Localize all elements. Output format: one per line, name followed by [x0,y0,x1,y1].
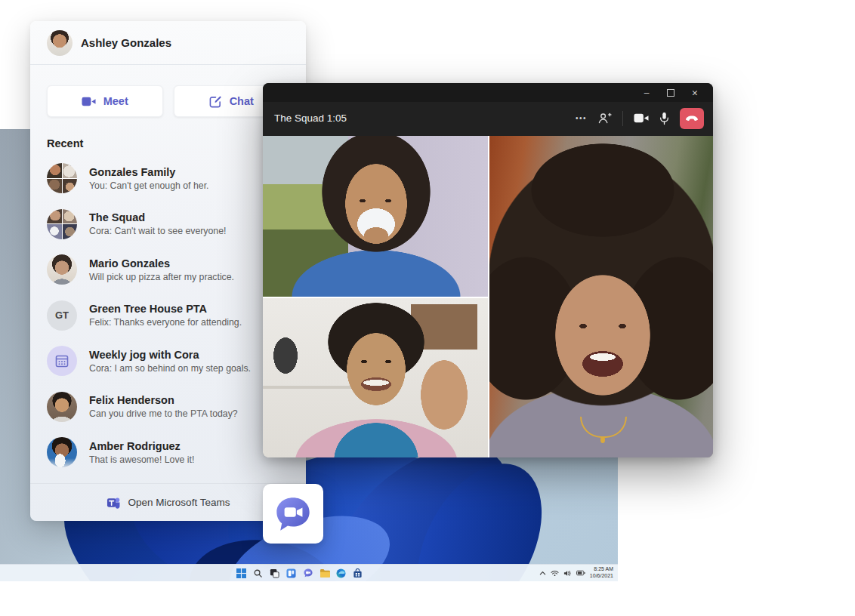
hang-up-icon [685,115,699,122]
store-icon[interactable] [352,568,363,579]
conversation-text: Felix Henderson Can you drive me to the … [89,394,238,419]
group-avatar [47,163,77,193]
maximize-button[interactable] [659,83,683,102]
chevron-up-icon[interactable] [539,571,546,576]
camera-icon [634,112,649,124]
add-participant-button[interactable] [597,112,612,125]
camera-toggle-button[interactable] [634,112,649,124]
hang-up-button[interactable] [680,108,704,129]
taskbar-icons [236,565,363,581]
call-title-bar: The Squad 1:05 ••• [263,102,713,136]
hero-composition: 8:25 AM 10/6/2021 Ashley Gonzales Meet C… [0,0,855,616]
widgets-icon[interactable] [286,568,297,579]
participant-video-3 [489,136,713,457]
start-button-icon[interactable] [236,568,247,579]
maximize-icon [667,89,674,97]
conversation-preview: Cora: Can't wait to see everyone! [89,226,226,236]
call-title: The Squad 1:05 [274,112,347,124]
meet-button-label: Meet [103,95,128,107]
system-tray[interactable]: 8:25 AM 10/6/2021 [539,565,613,581]
conversation-text: Weekly jog with Cora Cora: I am so behin… [89,349,251,374]
conversation-preview: You: Can't get enough of her. [89,180,208,191]
conversation-text: The Squad Cora: Can't wait to see everyo… [89,211,226,236]
microphone-icon [659,112,669,125]
conversation-name: The Squad [89,211,226,223]
conversation-preview: Felix: Thanks everyone for attending. [89,317,242,328]
conversation-preview: Cora: I am so behind on my step goals. [89,363,251,374]
microphone-toggle-button[interactable] [659,112,669,125]
minimize-button[interactable]: – [634,83,659,102]
volume-icon[interactable] [563,570,572,577]
conversation-name: Gonzales Family [89,166,208,178]
edge-icon[interactable] [335,568,347,579]
avatar [47,254,77,285]
necklace-detail [580,417,627,438]
user-name: Ashley Gonzales [81,36,171,49]
person-add-icon [597,112,612,125]
chat-launcher-button[interactable] [263,484,323,544]
avatar [47,437,77,467]
teams-logo-icon [106,496,121,510]
file-explorer-icon[interactable] [319,568,330,579]
battery-icon[interactable] [576,570,585,576]
meet-button[interactable]: Meet [47,85,163,117]
avatar [47,392,77,422]
minimize-icon: – [644,88,650,98]
participant-video-2 [263,298,488,457]
conversation-text: Green Tree House PTA Felix: Thanks every… [89,303,242,328]
conversation-text: Mario Gonzales Will pick up pizza after … [89,257,234,282]
conversation-text: Amber Rodriguez That is awesome! Love it… [89,440,194,465]
open-teams-label: Open Microsoft Teams [128,497,230,508]
clock-time: 8:25 AM [590,566,613,573]
conversation-name: Weekly jog with Cora [89,349,251,361]
window-controls: – ✕ [263,83,713,102]
group-avatar [47,209,77,239]
conversation-preview: That is awesome! Love it! [89,454,194,465]
close-button[interactable]: ✕ [683,83,707,102]
taskbar-clock[interactable]: 8:25 AM 10/6/2021 [590,566,613,580]
conversation-preview: Can you drive me to the PTA today? [89,408,238,419]
flyout-header: Ashley Gonzales [30,21,306,65]
calendar-icon [54,353,69,368]
calendar-avatar [47,346,77,376]
ellipsis-icon: ••• [576,114,587,122]
conversation-name: Mario Gonzales [89,257,234,270]
conversation-name: Green Tree House PTA [89,303,242,315]
video-camera-icon [82,96,96,107]
compose-icon [209,95,222,108]
video-grid [263,136,713,457]
conversation-name: Felix Henderson [89,394,238,406]
conversation-name: Amber Rodriguez [89,440,194,452]
wifi-icon[interactable] [551,570,559,577]
chat-icon[interactable] [302,568,313,579]
chat-button-label: Chat [230,95,254,107]
taskbar: 8:25 AM 10/6/2021 [0,564,618,581]
toolbar-divider [622,111,623,126]
avatar-initials: GT [55,310,69,321]
clock-date: 10/6/2021 [590,573,613,580]
initials-avatar: GT [47,300,77,331]
call-window: – ✕ The Squad 1:05 ••• [263,83,713,457]
conversation-preview: Will pick up pizza after my practice. [89,272,234,282]
teams-chat-bubble-icon [273,494,313,534]
user-avatar[interactable] [47,30,73,56]
conversation-text: Gonzales Family You: Can't get enough of… [89,166,208,191]
close-icon: ✕ [692,88,699,97]
task-view-icon[interactable] [269,568,280,579]
more-options-button[interactable]: ••• [576,114,587,122]
participant-video-1 [263,136,488,297]
search-icon[interactable] [252,568,264,579]
